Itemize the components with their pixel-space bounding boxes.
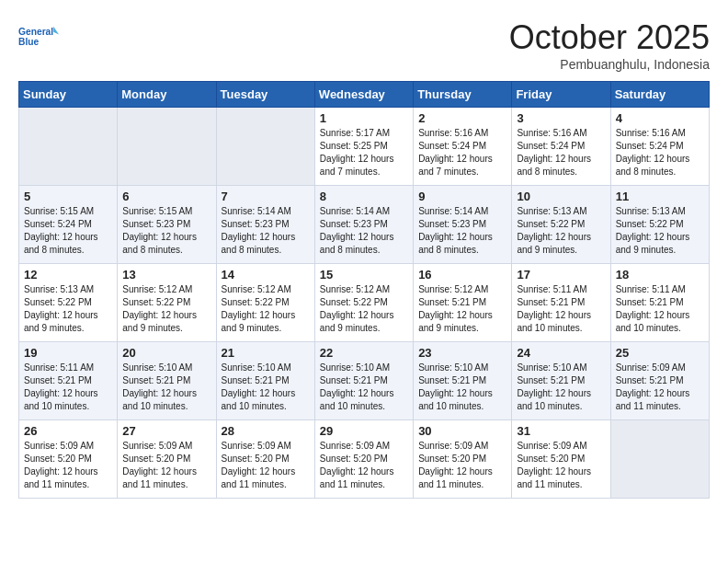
day-number: 14 [222, 268, 310, 282]
calendar-cell [216, 108, 314, 186]
calendar-cell: 27Sunrise: 5:09 AM Sunset: 5:20 PM Dayli… [118, 420, 216, 499]
title-area: October 2025 Pembuanghulu, Indonesia [509, 18, 710, 72]
calendar-cell: 17Sunrise: 5:11 AM Sunset: 5:21 PM Dayli… [512, 264, 610, 342]
calendar-cell: 24Sunrise: 5:10 AM Sunset: 5:21 PM Dayli… [512, 342, 610, 420]
day-number: 3 [517, 111, 605, 125]
day-number: 6 [122, 190, 210, 203]
day-info: Sunrise: 5:14 AM Sunset: 5:23 PM Dayligh… [222, 205, 310, 257]
calendar-week-row: 26Sunrise: 5:09 AM Sunset: 5:20 PM Dayli… [19, 420, 710, 499]
day-info: Sunrise: 5:14 AM Sunset: 5:23 PM Dayligh… [320, 205, 408, 257]
calendar-cell [118, 108, 216, 186]
calendar-cell: 26Sunrise: 5:09 AM Sunset: 5:20 PM Dayli… [19, 420, 118, 499]
calendar-cell: 5Sunrise: 5:15 AM Sunset: 5:24 PM Daylig… [19, 186, 118, 264]
weekday-header: Wednesday [314, 82, 413, 108]
day-info: Sunrise: 5:09 AM Sunset: 5:20 PM Dayligh… [320, 440, 408, 491]
weekday-header-row: SundayMondayTuesdayWednesdayThursdayFrid… [19, 82, 710, 108]
day-number: 2 [418, 111, 506, 125]
day-info: Sunrise: 5:11 AM Sunset: 5:21 PM Dayligh… [616, 283, 704, 335]
day-info: Sunrise: 5:09 AM Sunset: 5:20 PM Dayligh… [418, 440, 506, 491]
day-number: 27 [122, 424, 210, 438]
calendar-cell: 25Sunrise: 5:09 AM Sunset: 5:21 PM Dayli… [610, 342, 709, 420]
day-info: Sunrise: 5:16 AM Sunset: 5:24 PM Dayligh… [418, 127, 506, 178]
calendar-cell: 2Sunrise: 5:16 AM Sunset: 5:24 PM Daylig… [414, 108, 512, 186]
calendar-cell: 21Sunrise: 5:10 AM Sunset: 5:21 PM Dayli… [216, 342, 314, 420]
weekday-header: Saturday [610, 82, 709, 108]
day-number: 25 [616, 346, 704, 360]
month-title: October 2025 [509, 18, 710, 57]
day-info: Sunrise: 5:09 AM Sunset: 5:20 PM Dayligh… [222, 440, 310, 491]
calendar-table: SundayMondayTuesdayWednesdayThursdayFrid… [18, 81, 710, 499]
calendar-cell: 28Sunrise: 5:09 AM Sunset: 5:20 PM Dayli… [216, 420, 314, 499]
day-info: Sunrise: 5:14 AM Sunset: 5:23 PM Dayligh… [418, 205, 506, 257]
day-number: 7 [222, 190, 310, 203]
calendar-cell: 19Sunrise: 5:11 AM Sunset: 5:21 PM Dayli… [19, 342, 118, 420]
svg-text:General: General [18, 27, 53, 37]
day-number: 23 [418, 346, 506, 360]
day-number: 31 [517, 424, 605, 438]
weekday-header: Tuesday [216, 82, 314, 108]
day-info: Sunrise: 5:10 AM Sunset: 5:21 PM Dayligh… [418, 362, 506, 413]
day-info: Sunrise: 5:13 AM Sunset: 5:22 PM Dayligh… [517, 205, 605, 257]
day-number: 11 [616, 190, 704, 203]
calendar-cell: 15Sunrise: 5:12 AM Sunset: 5:22 PM Dayli… [314, 264, 413, 342]
day-info: Sunrise: 5:11 AM Sunset: 5:21 PM Dayligh… [24, 362, 112, 413]
calendar-cell: 8Sunrise: 5:14 AM Sunset: 5:23 PM Daylig… [314, 186, 413, 264]
day-info: Sunrise: 5:09 AM Sunset: 5:20 PM Dayligh… [24, 440, 112, 491]
day-info: Sunrise: 5:12 AM Sunset: 5:22 PM Dayligh… [320, 283, 408, 335]
day-number: 1 [320, 111, 408, 125]
day-info: Sunrise: 5:09 AM Sunset: 5:20 PM Dayligh… [517, 440, 605, 491]
day-number: 26 [24, 424, 112, 438]
day-number: 15 [320, 268, 408, 282]
calendar-cell: 10Sunrise: 5:13 AM Sunset: 5:22 PM Dayli… [512, 186, 610, 264]
day-info: Sunrise: 5:09 AM Sunset: 5:21 PM Dayligh… [616, 362, 704, 413]
calendar-cell: 18Sunrise: 5:11 AM Sunset: 5:21 PM Dayli… [610, 264, 709, 342]
logo-svg: General Blue [18, 18, 59, 59]
day-number: 21 [222, 346, 310, 360]
day-number: 19 [24, 346, 112, 360]
calendar-cell: 29Sunrise: 5:09 AM Sunset: 5:20 PM Dayli… [314, 420, 413, 499]
svg-marker-2 [53, 27, 59, 35]
day-number: 12 [24, 268, 112, 282]
calendar-cell: 13Sunrise: 5:12 AM Sunset: 5:22 PM Dayli… [118, 264, 216, 342]
location: Pembuanghulu, Indonesia [509, 57, 710, 72]
day-number: 29 [320, 424, 408, 438]
calendar-week-row: 19Sunrise: 5:11 AM Sunset: 5:21 PM Dayli… [19, 342, 710, 420]
day-number: 10 [517, 190, 605, 203]
day-info: Sunrise: 5:10 AM Sunset: 5:21 PM Dayligh… [222, 362, 310, 413]
calendar-cell [19, 108, 118, 186]
calendar-cell: 14Sunrise: 5:12 AM Sunset: 5:22 PM Dayli… [216, 264, 314, 342]
logo: General Blue [18, 18, 59, 59]
calendar-cell: 4Sunrise: 5:16 AM Sunset: 5:24 PM Daylig… [610, 108, 709, 186]
day-info: Sunrise: 5:10 AM Sunset: 5:21 PM Dayligh… [320, 362, 408, 413]
day-number: 24 [517, 346, 605, 360]
calendar-cell: 7Sunrise: 5:14 AM Sunset: 5:23 PM Daylig… [216, 186, 314, 264]
calendar-cell [610, 420, 709, 499]
day-number: 9 [418, 190, 506, 203]
weekday-header: Friday [512, 82, 610, 108]
day-info: Sunrise: 5:16 AM Sunset: 5:24 PM Dayligh… [517, 127, 605, 178]
day-info: Sunrise: 5:10 AM Sunset: 5:21 PM Dayligh… [122, 362, 210, 413]
day-info: Sunrise: 5:13 AM Sunset: 5:22 PM Dayligh… [24, 283, 112, 335]
day-number: 5 [24, 190, 112, 203]
calendar-week-row: 12Sunrise: 5:13 AM Sunset: 5:22 PM Dayli… [19, 264, 710, 342]
calendar-cell: 31Sunrise: 5:09 AM Sunset: 5:20 PM Dayli… [512, 420, 610, 499]
calendar-cell: 20Sunrise: 5:10 AM Sunset: 5:21 PM Dayli… [118, 342, 216, 420]
calendar-cell: 1Sunrise: 5:17 AM Sunset: 5:25 PM Daylig… [314, 108, 413, 186]
calendar-cell: 30Sunrise: 5:09 AM Sunset: 5:20 PM Dayli… [414, 420, 512, 499]
day-number: 20 [122, 346, 210, 360]
calendar-cell: 23Sunrise: 5:10 AM Sunset: 5:21 PM Dayli… [414, 342, 512, 420]
day-number: 13 [122, 268, 210, 282]
day-info: Sunrise: 5:11 AM Sunset: 5:21 PM Dayligh… [517, 283, 605, 335]
day-info: Sunrise: 5:12 AM Sunset: 5:22 PM Dayligh… [122, 283, 210, 335]
svg-text:Blue: Blue [18, 37, 40, 47]
day-number: 30 [418, 424, 506, 438]
day-number: 4 [616, 111, 704, 125]
weekday-header: Thursday [414, 82, 512, 108]
calendar-cell: 9Sunrise: 5:14 AM Sunset: 5:23 PM Daylig… [414, 186, 512, 264]
day-info: Sunrise: 5:17 AM Sunset: 5:25 PM Dayligh… [320, 127, 408, 178]
calendar-cell: 12Sunrise: 5:13 AM Sunset: 5:22 PM Dayli… [19, 264, 118, 342]
day-info: Sunrise: 5:15 AM Sunset: 5:24 PM Dayligh… [24, 205, 112, 257]
day-number: 16 [418, 268, 506, 282]
day-info: Sunrise: 5:16 AM Sunset: 5:24 PM Dayligh… [616, 127, 704, 178]
calendar-week-row: 5Sunrise: 5:15 AM Sunset: 5:24 PM Daylig… [19, 186, 710, 264]
